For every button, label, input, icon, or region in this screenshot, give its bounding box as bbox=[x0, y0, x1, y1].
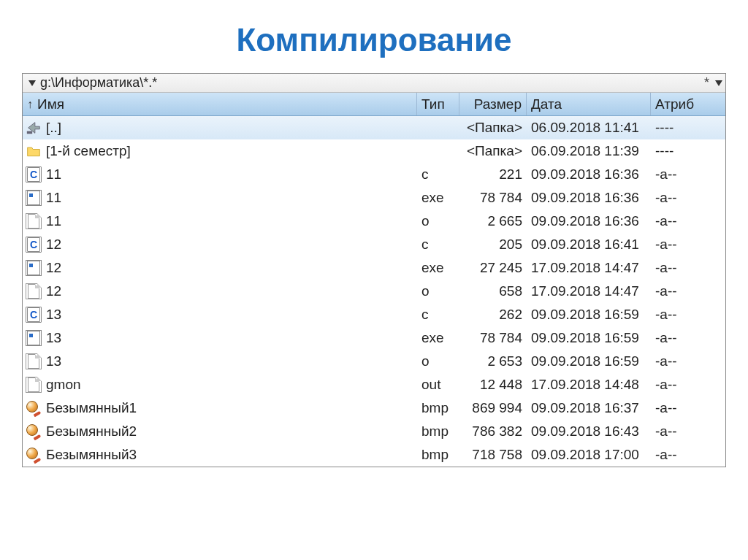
cell-size: 12 448 bbox=[459, 373, 527, 396]
cell-name: 12 bbox=[23, 256, 417, 280]
table-row[interactable]: 12o65817.09.2018 14:47-a-- bbox=[23, 280, 725, 303]
cell-attr: -a-- bbox=[651, 443, 725, 467]
cell-name: 13 bbox=[23, 350, 417, 373]
cell-type: bmp bbox=[417, 396, 459, 420]
c-icon: C bbox=[26, 307, 42, 323]
file-name: 13 bbox=[46, 307, 61, 323]
table-row[interactable]: Безымянный3bmp718 75809.09.2018 17:00-a-… bbox=[23, 443, 725, 467]
cell-date: 09.09.2018 16:36 bbox=[527, 186, 651, 210]
file-panel: g:\Информатика\*.* * ↑ Имя Тип Размер Да… bbox=[22, 73, 726, 467]
favorites-icon[interactable]: * bbox=[704, 75, 709, 91]
cell-type: exe bbox=[417, 256, 459, 280]
cell-type bbox=[417, 139, 459, 163]
cell-size: 786 382 bbox=[459, 420, 527, 443]
cell-name: [1-й семестр] bbox=[23, 139, 417, 163]
cell-type: o bbox=[417, 280, 459, 303]
cell-name: 12 bbox=[23, 280, 417, 303]
c-icon: C bbox=[26, 166, 42, 183]
cell-type: c bbox=[417, 303, 459, 326]
cell-attr: -a-- bbox=[651, 256, 725, 280]
cell-type: out bbox=[417, 373, 459, 396]
file-name: Безымянный3 bbox=[46, 447, 137, 463]
table-row[interactable]: Безымянный2bmp786 38209.09.2018 16:43-a-… bbox=[23, 420, 725, 443]
header-type[interactable]: Тип bbox=[417, 93, 459, 115]
cell-name: Безымянный3 bbox=[23, 443, 417, 467]
cell-date: 17.09.2018 14:47 bbox=[527, 256, 651, 280]
header-size-label: Размер bbox=[474, 96, 522, 112]
header-name[interactable]: ↑ Имя bbox=[23, 93, 417, 115]
cell-date: 09.09.2018 17:00 bbox=[527, 443, 651, 467]
table-row[interactable]: Безымянный1bmp869 99409.09.2018 16:37-a-… bbox=[23, 396, 725, 420]
cell-size: 2 665 bbox=[459, 210, 527, 233]
exe-icon bbox=[26, 260, 42, 276]
table-row[interactable]: [..]<Папка>06.09.2018 11:41---- bbox=[23, 116, 725, 139]
cell-attr: -a-- bbox=[651, 186, 725, 210]
cell-name: 11 bbox=[23, 210, 417, 233]
cell-size: 262 bbox=[459, 303, 527, 326]
cell-type: c bbox=[417, 233, 459, 256]
blank-icon bbox=[26, 213, 42, 229]
header-size[interactable]: Размер bbox=[459, 93, 527, 115]
cell-attr: -a-- bbox=[651, 303, 725, 326]
file-name: gmon bbox=[46, 377, 81, 393]
table-row[interactable]: 11o2 66509.09.2018 16:36-a-- bbox=[23, 210, 725, 233]
cell-date: 06.09.2018 11:39 bbox=[527, 139, 651, 163]
table-row[interactable]: [1-й семестр]<Папка>06.09.2018 11:39---- bbox=[23, 139, 725, 163]
cell-date: 09.09.2018 16:36 bbox=[527, 210, 651, 233]
bmp-icon bbox=[26, 447, 42, 463]
header-name-label: Имя bbox=[37, 96, 64, 112]
cell-attr: -a-- bbox=[651, 326, 725, 350]
table-row[interactable]: 12exe27 24517.09.2018 14:47-a-- bbox=[23, 256, 725, 280]
column-headers: ↑ Имя Тип Размер Дата Атриб bbox=[23, 93, 725, 116]
cell-size: 718 758 bbox=[459, 443, 527, 467]
cell-type: bmp bbox=[417, 420, 459, 443]
table-row[interactable]: 13o2 65309.09.2018 16:59-a-- bbox=[23, 350, 725, 373]
cell-attr: -a-- bbox=[651, 210, 725, 233]
history-dropdown-icon[interactable] bbox=[715, 80, 722, 86]
file-name: 13 bbox=[46, 330, 61, 346]
cell-type bbox=[417, 116, 459, 139]
table-row[interactable]: 11exe78 78409.09.2018 16:36-a-- bbox=[23, 186, 725, 210]
table-row[interactable]: C12c20509.09.2018 16:41-a-- bbox=[23, 233, 725, 256]
file-name: 12 bbox=[46, 237, 61, 253]
folder-icon bbox=[26, 143, 42, 159]
header-type-label: Тип bbox=[421, 96, 445, 112]
cell-size: <Папка> bbox=[459, 139, 527, 163]
header-attr[interactable]: Атриб bbox=[651, 93, 725, 115]
cell-name: gmon bbox=[23, 373, 417, 396]
cell-type: exe bbox=[417, 326, 459, 350]
cell-size: 78 784 bbox=[459, 186, 527, 210]
cell-size: 205 bbox=[459, 233, 527, 256]
path-bar[interactable]: g:\Информатика\*.* * bbox=[23, 74, 725, 93]
page-title: Компилирование bbox=[0, 0, 748, 73]
cell-attr: -a-- bbox=[651, 163, 725, 186]
cell-attr: ---- bbox=[651, 139, 725, 163]
bmp-icon bbox=[26, 423, 42, 440]
file-name: Безымянный1 bbox=[46, 400, 137, 416]
table-row[interactable]: 13exe78 78409.09.2018 16:59-a-- bbox=[23, 326, 725, 350]
cell-attr: ---- bbox=[651, 116, 725, 139]
cell-size: <Папка> bbox=[459, 116, 527, 139]
file-name: 12 bbox=[46, 283, 61, 299]
cell-date: 17.09.2018 14:47 bbox=[527, 280, 651, 303]
cell-size: 869 994 bbox=[459, 396, 527, 420]
cell-date: 09.09.2018 16:59 bbox=[527, 350, 651, 373]
cell-type: o bbox=[417, 350, 459, 373]
table-row[interactable]: C11c22109.09.2018 16:36-a-- bbox=[23, 163, 725, 186]
drive-dropdown-icon[interactable] bbox=[28, 80, 36, 86]
file-name: 13 bbox=[46, 353, 61, 369]
svg-rect-0 bbox=[27, 131, 32, 134]
cell-date: 09.09.2018 16:43 bbox=[527, 420, 651, 443]
table-row[interactable]: C13c26209.09.2018 16:59-a-- bbox=[23, 303, 725, 326]
cell-name: Безымянный1 bbox=[23, 396, 417, 420]
cell-attr: -a-- bbox=[651, 420, 725, 443]
bmp-icon bbox=[26, 400, 42, 416]
cell-attr: -a-- bbox=[651, 280, 725, 303]
cell-date: 09.09.2018 16:41 bbox=[527, 233, 651, 256]
header-date[interactable]: Дата bbox=[527, 93, 651, 115]
cell-size: 27 245 bbox=[459, 256, 527, 280]
file-name: 11 bbox=[46, 213, 61, 229]
table-row[interactable]: gmonout12 44817.09.2018 14:48-a-- bbox=[23, 373, 725, 396]
cell-date: 09.09.2018 16:59 bbox=[527, 303, 651, 326]
cell-date: 09.09.2018 16:36 bbox=[527, 163, 651, 186]
